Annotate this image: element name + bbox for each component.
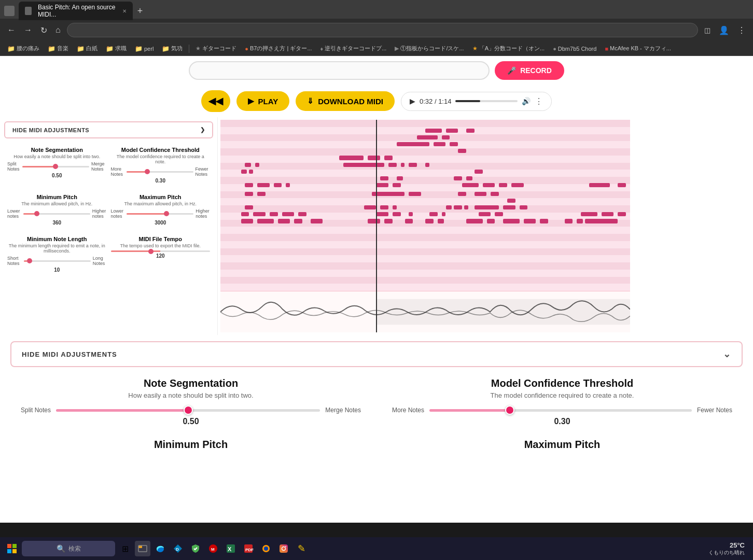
dell-btn[interactable]: D <box>170 541 186 556</box>
max-pitch-title-mini: Maximum Pitch <box>111 194 211 200</box>
confidence-slider-row-mini: More Notes Fewer Notes <box>111 166 211 177</box>
svg-rect-0 <box>376 299 630 325</box>
waveform-area <box>220 291 630 332</box>
split-slider-mini[interactable] <box>22 166 89 167</box>
bookmark-a-chord[interactable]: ★ 「A」分数コード（オン... <box>469 44 548 53</box>
pdf-btn[interactable]: PDF <box>241 541 256 556</box>
min-note-slider-mini[interactable] <box>24 260 91 262</box>
bookmark-kyushoku[interactable]: 📁 求職 <box>103 44 130 53</box>
svg-rect-4 <box>12 549 17 553</box>
active-tab[interactable]: Basic Pitch: An open source MIDI... ✕ <box>19 2 133 20</box>
note-btn[interactable]: ✎ <box>294 541 309 556</box>
split-slider-row-main: Split Notes Merge Notes <box>21 407 361 414</box>
mic-icon: 🎤 <box>507 66 516 75</box>
refresh-btn[interactable]: ↻ <box>38 23 49 37</box>
bookmark-dbm7b5[interactable]: ● Dbm7b5 Chord <box>550 45 599 53</box>
split-slider-row-mini: Split Notes Merge Notes <box>7 161 107 172</box>
excel-btn[interactable]: X <box>223 541 239 556</box>
instagram-btn[interactable] <box>276 541 291 556</box>
confidence-desc-main: The model confidence required to create … <box>392 391 732 399</box>
more-options-icon[interactable]: ⋮ <box>535 96 543 106</box>
security-btn[interactable] <box>188 541 203 556</box>
download-icon: ⇓ <box>307 96 314 106</box>
edge-btn[interactable] <box>152 541 168 556</box>
max-pitch-val-mini: 3000 <box>111 220 211 226</box>
tempo-slider-mini[interactable] <box>111 250 211 252</box>
waveform-svg <box>220 291 630 332</box>
home-btn[interactable]: ⌂ <box>53 23 63 37</box>
confidence-title-main: Model Confidence Threshold <box>392 377 732 389</box>
mcafee-btn[interactable]: M <box>205 541 221 556</box>
controls-row: ◀◀ ▶ PLAY ⇓ DOWNLOAD MIDI ▶ 0:32 / 1:14 … <box>0 85 753 117</box>
left-panel: HIDE MIDI ADJUSTMENTS ❯ Note Segmentatio… <box>0 117 218 335</box>
nav-bar: ← → ↻ ⌂ https://basicpitch.spotify.com ◫… <box>0 19 753 41</box>
confidence-val-mini: 0.30 <box>111 178 211 184</box>
bookmark-b7[interactable]: ● B7の押さえ方 | ギター... <box>242 44 315 53</box>
volume-icon[interactable]: 🔊 <box>522 97 531 105</box>
min-pitch-title-mini: Minimum Pitch <box>7 194 107 200</box>
new-tab-btn[interactable]: + <box>133 4 147 18</box>
midi-controls-main: Note Segmentation How easily a note shou… <box>0 367 753 463</box>
windows-start-btn[interactable] <box>4 541 20 556</box>
svg-text:M: M <box>211 547 215 552</box>
min-pitch-main: Minimum Pitch <box>21 439 361 453</box>
audio-progress-bar[interactable] <box>455 100 518 102</box>
audio-player: ▶ 0:32 / 1:14 🔊 ⋮ <box>401 92 552 111</box>
firefox-btn[interactable] <box>258 541 274 556</box>
notes-layer <box>220 120 630 291</box>
more-notes-label-main: More Notes <box>392 407 424 414</box>
play-btn[interactable]: ▶ PLAY <box>236 91 290 111</box>
hide-midi-btn-mini[interactable]: HIDE MIDI ADJUSTMENTS ❯ <box>4 121 213 138</box>
min-pitch-slider-mini[interactable] <box>23 213 90 215</box>
confidence-val-main: 0.30 <box>392 417 732 426</box>
extensions-btn[interactable]: ◫ <box>702 24 713 36</box>
min-note-title-mini: Minimum Note Length <box>7 236 107 242</box>
main-layout: HIDE MIDI ADJUSTMENTS ❯ Note Segmentatio… <box>0 117 753 335</box>
svg-text:PDF: PDF <box>245 548 254 552</box>
max-pitch-slider-mini[interactable] <box>127 213 193 215</box>
fewer-notes-label-mini: Fewer Notes <box>196 166 211 177</box>
forward-btn[interactable]: → <box>22 23 34 37</box>
bookmark-kiko[interactable]: 📁 気功 <box>159 44 186 53</box>
tab-bar: Basic Pitch: An open source MIDI... ✕ + <box>0 0 753 19</box>
download-midi-btn[interactable]: ⇓ DOWNLOAD MIDI <box>296 91 395 111</box>
tab-close-btn[interactable]: ✕ <box>122 8 127 14</box>
bookmark-koshi[interactable]: 📁 腰の痛み <box>4 44 43 53</box>
max-pitch-main: Maximum Pitch <box>392 439 732 453</box>
bookmark-fretboard[interactable]: ▶ ①指板からコード/スケ... <box>392 44 467 53</box>
split-label-main: Split Notes <box>21 407 51 414</box>
bookmark-guitar[interactable]: ★ ギターコード <box>192 44 240 53</box>
tempo-slider-row-mini <box>111 250 211 252</box>
search-taskbar-btn[interactable]: 🔍 検索 <box>22 541 115 556</box>
merge-label-main: Merge Notes <box>325 407 361 414</box>
bookmark-mcafee[interactable]: ■ McAfee KB - マカフィ... <box>602 44 674 53</box>
split-slider-main[interactable] <box>56 409 320 412</box>
file-manager-btn[interactable] <box>135 541 150 556</box>
max-pitch-title-main: Maximum Pitch <box>392 439 732 451</box>
confidence-desc-mini: The model confidence required to create … <box>111 154 211 164</box>
audio-play-icon[interactable]: ▶ <box>410 97 415 105</box>
min-note-val-mini: 10 <box>7 267 107 273</box>
skip-back-btn[interactable]: ◀◀ <box>201 90 230 112</box>
skip-back-icon: ◀◀ <box>208 95 223 107</box>
tempo-val-mini: 120 <box>111 253 211 259</box>
back-btn[interactable]: ← <box>5 23 18 37</box>
lower-notes-label2-mini: Lower notes <box>111 208 125 219</box>
confidence-slider-main[interactable] <box>429 409 692 412</box>
min-pitch-val-mini: 360 <box>7 220 107 226</box>
file-name-input[interactable]: voice_4634_BIG.mp3 <box>189 61 490 80</box>
task-view-btn[interactable]: ⊞ <box>117 541 133 556</box>
bookmark-perl[interactable]: 📁 perl <box>132 44 157 53</box>
min-note-mini: Minimum Note Length The minimum length r… <box>7 236 107 273</box>
profile-btn[interactable]: 👤 <box>717 23 731 37</box>
record-btn[interactable]: 🎤 RECORD <box>495 61 564 80</box>
svg-rect-18 <box>280 544 288 553</box>
menu-btn[interactable]: ⋮ <box>735 23 748 37</box>
hide-midi-btn-main[interactable]: HIDE MIDI ADJUSTMENTS ⌄ <box>10 341 743 367</box>
bookmark-reverse-guitar[interactable]: ♦ 逆引きギターコードプ... <box>317 44 390 53</box>
bookmark-hakushi[interactable]: 📁 白紙 <box>74 44 101 53</box>
confidence-slider-mini[interactable] <box>127 171 193 173</box>
bookmark-music[interactable]: 📁 音楽 <box>45 44 72 53</box>
max-pitch-desc-mini: The maximum allowed pitch, in Hz. <box>111 201 211 206</box>
address-bar[interactable]: https://basicpitch.spotify.com <box>67 23 698 37</box>
